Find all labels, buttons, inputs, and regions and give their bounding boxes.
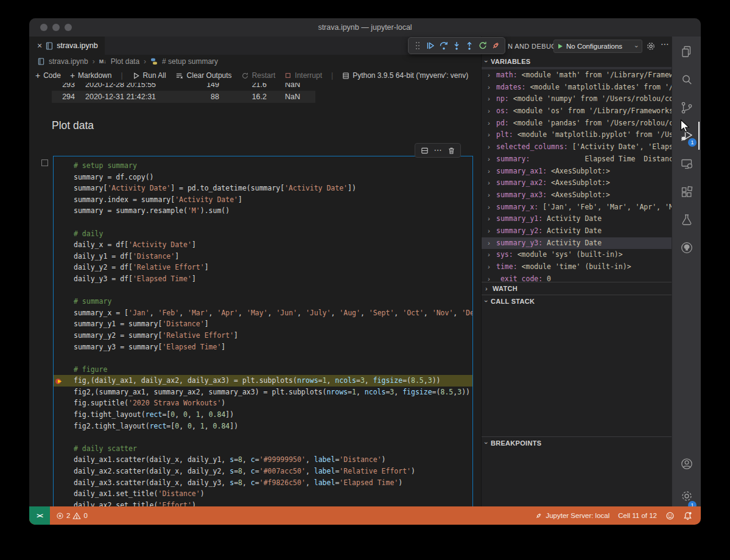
code-cell[interactable]: # setup summarysummary = df.copy()summar… [53,156,473,506]
zoom-window-icon[interactable] [65,24,72,31]
chevron-right-icon[interactable]: › [488,69,496,82]
code-line[interactable] [54,352,472,364]
breadcrumb-file[interactable]: strava.ipynb [49,57,88,66]
notifications-bell-icon[interactable] [683,511,692,520]
source-control-icon[interactable] [672,94,701,122]
add-markdown-cell-button[interactable]: + Markdown [70,71,112,80]
traffic-lights[interactable] [40,24,72,31]
breadcrumb[interactable]: strava.ipynb › M↓ Plot data › # setup su… [29,55,481,68]
variable-row[interactable]: ›summary_ax1: <AxesSubplot:> [482,166,672,178]
code-line[interactable]: fig2,(summary_ax1, summary_ax2, summary_… [54,387,472,398]
code-line[interactable]: fig.tight_layout(rect=[0, 0, 1, 0.84]) [54,409,472,421]
execution-pointer-icon[interactable]: ▶ [55,376,66,385]
explorer-icon[interactable] [672,38,701,66]
code-line[interactable]: daily_ax1.scatter(daily_x, daily_y1, s=8… [54,454,472,466]
run-all-button[interactable]: Run All [132,71,166,80]
debug-settings-gear-icon[interactable] [646,41,656,51]
chevron-right-icon[interactable]: › [488,93,496,105]
feedback-smiley-icon[interactable] [665,511,675,520]
variable-row[interactable]: ›mdates: <module 'matplotlib.dates' from… [482,82,672,94]
panel-more-actions-icon[interactable]: ⋯ [661,39,669,49]
breadcrumb-section[interactable]: Plot data [111,57,139,66]
minimize-window-icon[interactable] [52,24,60,31]
watch-section-header[interactable]: › WATCH [482,282,672,295]
github-icon[interactable] [672,234,701,262]
call-stack-section-header[interactable]: › CALL STACK [482,295,672,307]
jupyter-server-status[interactable]: Jupyter Server: local [535,512,609,520]
chevron-right-icon[interactable]: › [488,249,496,261]
chevron-right-icon[interactable]: › [488,141,496,153]
variable-row[interactable]: ›summary: Elapsed Time Distance… [482,153,672,166]
step-into-icon[interactable] [451,39,462,52]
code-line[interactable]: # daily [54,228,472,240]
breadcrumb-symbol[interactable]: # setup summary [162,57,218,66]
disconnect-icon[interactable] [490,39,502,52]
variable-row[interactable]: ›np: <module 'numpy' from '/Users/roblou… [482,93,672,105]
split-cell-icon[interactable] [421,147,429,155]
code-line[interactable]: fig.suptitle('2020 Strava Workouts') [54,397,472,409]
testing-icon[interactable] [672,206,701,234]
chevron-right-icon[interactable]: › [488,153,496,166]
restart-icon[interactable] [477,39,488,52]
account-icon[interactable] [672,450,701,478]
variables-section-header[interactable]: › VARIABLES [482,56,672,67]
code-line[interactable]: daily_y1 = df['Distance'] [54,251,472,262]
delete-cell-icon[interactable] [447,147,455,155]
problems-indicator[interactable]: 2 0 [56,512,88,520]
code-line[interactable]: summary = summary.resample('M').sum() [54,205,472,217]
code-line[interactable]: daily_ax2.scatter(daily_x, daily_y2, s=8… [54,466,472,477]
variable-row[interactable]: ›summary_ax2: <AxesSubplot:> [482,177,672,189]
add-code-cell-button[interactable]: + Code [35,71,61,80]
restart-kernel-button[interactable]: Restart [241,71,276,80]
code-line[interactable] [54,432,472,443]
chevron-right-icon[interactable]: › [488,273,496,282]
code-line[interactable]: # summary [54,296,472,307]
breakpoints-section-header[interactable]: › BREAKPOINTS [482,436,672,449]
chevron-right-icon[interactable]: › [488,177,496,189]
variable-row[interactable]: ›time: <module 'time' (built-in)> [482,261,672,273]
chevron-right-icon[interactable]: › [488,82,496,94]
variable-row[interactable]: ›summary_y2: Activity Date [482,225,672,237]
code-line[interactable]: daily_ax3.scatter(daily_x, daily_y3, s=8… [54,477,472,489]
chevron-right-icon[interactable]: › [488,261,496,273]
close-tab-icon[interactable]: × [37,41,42,50]
extensions-icon[interactable] [672,178,701,206]
chevron-right-icon[interactable]: › [488,129,496,141]
code-line[interactable]: # figure [54,364,472,376]
variable-row[interactable]: ›summary_ax3: <AxesSubplot:> [482,189,672,201]
remote-explorer-icon[interactable] [672,150,701,178]
more-actions-icon[interactable]: ⋯ [434,147,442,153]
toolbar-drag-handle[interactable] [412,39,423,52]
search-icon[interactable] [672,66,701,94]
close-window-icon[interactable] [40,24,47,31]
code-line[interactable]: summary = df.copy() [54,172,472,183]
code-line[interactable]: summary.index = summary['Activity Date'] [54,194,472,206]
chevron-right-icon[interactable]: › [488,237,496,250]
code-line[interactable] [54,217,472,228]
variable-row[interactable]: ›os: <module 'os' from '/Library/Framewo… [482,105,672,117]
code-line[interactable]: # setup summary [54,160,472,172]
kernel-picker[interactable]: Python 3.9.5 64-bit ('myvenv': venv) [342,71,468,80]
chevron-right-icon[interactable]: › [488,213,496,225]
code-line[interactable]: summary_y3 = summary['Elapsed Time'] [54,341,472,353]
code-line[interactable]: daily_x = df['Activity Date'] [54,239,472,251]
code-line[interactable]: fig2.tight_layout(rect=[0, 0, 1, 0.84]) [54,421,472,432]
clear-outputs-button[interactable]: Clear Outputs [175,71,232,80]
step-over-icon[interactable] [438,39,449,52]
chevron-right-icon[interactable]: › [488,117,496,130]
variable-row[interactable]: ›selected_columns: ['Activity Date', 'El… [482,141,672,153]
code-line[interactable] [54,285,472,296]
start-debug-icon[interactable] [558,44,563,49]
step-out-icon[interactable] [464,39,476,52]
cell-run-indicator[interactable] [41,159,48,166]
code-line[interactable]: summary_y2 = summary['Relative Effort'] [54,330,472,341]
variable-row[interactable]: ›summary_y1: Activity Date [482,213,672,225]
code-line[interactable]: # daily scatter [54,443,472,455]
code-line[interactable]: summary_y1 = summary['Distance'] [54,318,472,330]
chevron-right-icon[interactable]: › [488,201,496,214]
code-editor[interactable]: # setup summarysummary = df.copy()summar… [54,156,472,506]
variable-row[interactable]: ›plt: <module 'matplotlib.pyplot' from '… [482,129,672,141]
code-line[interactable]: ▶fig,(daily_ax1, daily_ax2, daily_ax3) =… [54,375,472,387]
variable-row[interactable]: ›_exit_code: 0 [482,273,672,282]
chevron-right-icon[interactable]: › [488,225,496,237]
